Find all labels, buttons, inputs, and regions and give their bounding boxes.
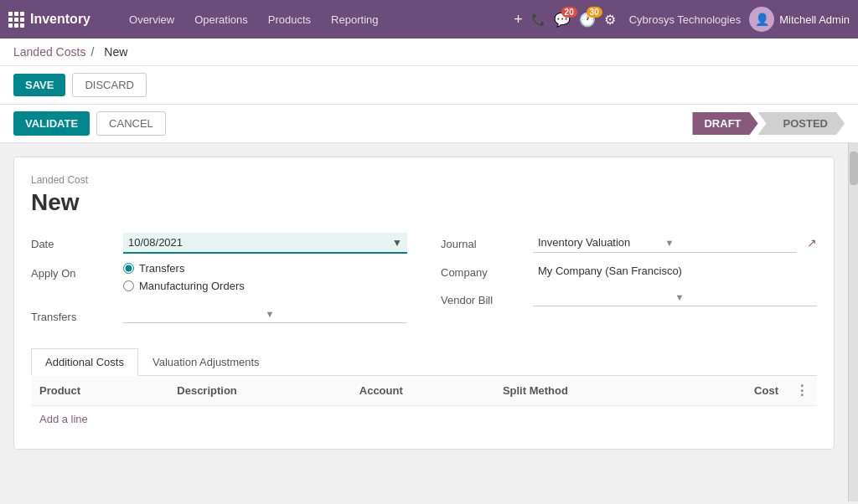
validate-button[interactable]: VALIDATE [13,111,90,136]
additional-costs-table: Product Description Account Split Method… [31,376,817,432]
journal-external-link-icon[interactable]: ↗ [807,236,817,249]
save-button[interactable]: SAVE [13,74,65,96]
company-label: Company [441,261,525,279]
form-card: Landed Cost New Date ▼ [13,157,835,450]
col-menu: ⋮ [787,376,817,406]
breadcrumb-parent[interactable]: Landed Costs [13,45,85,59]
journal-field: Inventory Valuation ▼ ↗ [533,233,817,253]
vendor-bill-dropdown-icon[interactable]: ▼ [675,292,813,302]
company-field: My Company (San Francisco) [533,261,817,280]
date-input-wrapper[interactable]: ▼ [123,233,407,254]
journal-label: Journal [441,233,525,250]
cancel-button[interactable]: CANCEL [96,111,166,136]
chat-icon[interactable]: 💬20 [554,12,571,28]
chat-badge: 20 [561,7,577,18]
clock-icon[interactable]: 🕐30 [579,12,596,28]
vendor-bill-field: ▼ [533,289,817,306]
main-scroll-area: Landed Cost New Date ▼ [0,143,858,501]
main-content: Landed Cost New Date ▼ [0,143,848,501]
table-menu-icon[interactable]: ⋮ [795,383,809,398]
status-posted[interactable]: POSTED [758,112,845,135]
user-avatar: 👤 [749,7,774,32]
apply-on-row: Apply On Transfers Manufacturing Orders [31,262,407,297]
costs-table: Product Description Account Split Method… [31,376,817,406]
date-dropdown-icon[interactable]: ▼ [392,237,402,249]
nav-menu: Overview Operations Products Reporting [121,8,514,31]
col-cost: Cost [690,376,787,406]
col-split-method: Split Method [494,376,690,406]
topnav-icons: + 📞 💬20 🕐30 ⚙ Cybrosys Technologies 👤 Mi… [514,7,850,32]
company-name: Cybrosys Technologies [629,13,741,26]
apply-on-manufacturing-label: Manufacturing Orders [139,280,245,292]
user-menu[interactable]: 👤 Mitchell Admin [749,7,850,32]
date-row: Date ▼ [31,233,407,254]
add-line-button[interactable]: Add a line [31,406,96,432]
company-value: My Company (San Francisco) [533,261,817,280]
status-bar: VALIDATE CANCEL DRAFT POSTED [0,105,858,143]
top-navigation: Inventory Overview Operations Products R… [0,0,858,39]
apply-on-label: Apply On [31,262,115,280]
breadcrumb: Landed Costs / New [0,39,858,66]
date-input[interactable] [128,236,392,249]
breadcrumb-current: New [104,45,127,59]
col-description: Description [168,376,350,406]
apply-on-transfers-label: Transfers [139,262,184,275]
status-actions: VALIDATE CANCEL [13,111,166,136]
nav-operations[interactable]: Operations [186,8,256,31]
phone-icon[interactable]: 📞 [531,13,545,26]
transfers-field: ▼ [123,306,407,323]
vendor-bill-input[interactable]: ▼ [533,289,817,306]
nav-overview[interactable]: Overview [121,8,183,31]
transfers-input[interactable]: ▼ [123,306,407,323]
settings-icon[interactable]: ⚙ [604,12,616,28]
record-type-label: Landed Cost [31,174,817,186]
col-product: Product [31,376,168,406]
app-name: Inventory [30,12,90,27]
discard-button[interactable]: DISCARD [72,73,147,97]
record-name: New [31,189,817,216]
apply-on-manufacturing-radio[interactable] [123,280,134,291]
user-name: Mitchell Admin [779,13,850,26]
breadcrumb-separator: / [90,45,94,59]
grid-icon [8,12,23,28]
tabs-bar: Additional Costs Valuation Adjustments [31,348,817,376]
apply-on-manufacturing-row: Manufacturing Orders [123,280,407,292]
app-logo[interactable]: Inventory [8,12,107,28]
journal-input[interactable]: Inventory Valuation ▼ [533,233,797,253]
vendor-bill-row: Vendor Bill ▼ [441,289,817,306]
col-account: Account [351,376,494,406]
clock-badge: 30 [587,7,602,18]
transfers-label: Transfers [31,306,115,323]
transfers-dropdown-icon[interactable]: ▼ [266,309,403,319]
nav-reporting[interactable]: Reporting [323,8,386,31]
date-field: ▼ [123,233,407,254]
tab-additional-costs[interactable]: Additional Costs [31,348,138,376]
company-row: Company My Company (San Francisco) [441,261,817,280]
date-label: Date [31,233,115,250]
status-steps: DRAFT POSTED [692,112,845,135]
status-draft[interactable]: DRAFT [692,112,757,135]
apply-on-field: Transfers Manufacturing Orders [123,262,407,297]
add-icon[interactable]: + [514,11,523,28]
nav-products[interactable]: Products [260,8,319,31]
scrollbar-thumb[interactable] [850,152,858,185]
form-fields-grid: Date ▼ Apply On [31,233,817,332]
tab-valuation-adjustments[interactable]: Valuation Adjustments [138,348,274,376]
apply-on-transfers-row: Transfers [123,262,407,275]
journal-dropdown-icon[interactable]: ▼ [665,238,793,248]
journal-row: Journal Inventory Valuation ▼ ↗ [441,233,817,253]
transfers-row: Transfers ▼ [31,306,407,323]
action-bar: SAVE DISCARD [0,66,858,105]
journal-value: Inventory Valuation [538,236,665,249]
vendor-bill-label: Vendor Bill [441,289,525,306]
scrollbar-track [848,143,858,501]
apply-on-transfers-radio[interactable] [123,263,134,274]
